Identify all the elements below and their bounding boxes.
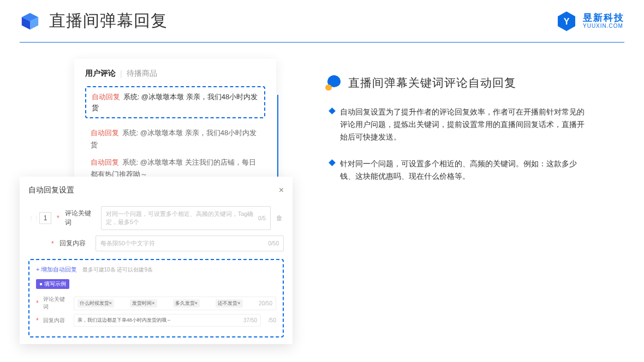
- ex-keyword-label: 评论关键词: [43, 295, 69, 311]
- required-star-icon: *: [51, 240, 54, 248]
- keyword-counter: 0/5: [258, 215, 266, 221]
- add-hint-text: 最多可建10条 还可以创建9条: [82, 267, 153, 273]
- keyword-placeholder: 对同一个问题，可设置多个相近、高频的关键词，Tag确定，最多5个: [106, 210, 258, 226]
- chat-bubble-icon: [325, 75, 342, 90]
- logo-cn-text: 昱新科技: [583, 13, 624, 22]
- diamond-bullet-icon: [329, 107, 336, 114]
- tag-item[interactable]: 什么时候发货×: [77, 299, 114, 307]
- page-title: 直播间弹幕回复: [49, 10, 168, 32]
- ex-keyword-counter: 20/50: [259, 300, 272, 306]
- bullet-2-text: 针对同一个问题，可设置多个相近的、高频的关键词。例如：这款多少钱、这块能优惠吗、…: [340, 158, 592, 183]
- outer-reply-counter: /50: [269, 317, 276, 323]
- bullet-1-text: 自动回复设置为了提升作者的评论回复效率，作者可在开播前针对常见的评论用户问题，提…: [340, 106, 592, 143]
- required-star-icon: *: [36, 317, 39, 324]
- example-reply-row: * 回复内容 亲，我们这边都是下单48小时内发货的哦～ 37/50 /50: [36, 314, 276, 327]
- reply-label: 回复内容: [59, 239, 90, 248]
- keyword-input[interactable]: 对同一个问题，可设置多个相近、高频的关键词，Tag确定，最多5个 0/5: [101, 206, 271, 230]
- reply-counter: 0/50: [269, 240, 279, 246]
- highlighted-auto-reply: 自动回复 系统: @冰墩墩本墩 亲亲，我们48小时内发货: [85, 86, 265, 118]
- auto-reply-tag: 自动回复: [91, 158, 119, 166]
- example-badge: ● 填写示例: [36, 279, 69, 289]
- diamond-bullet-icon: [329, 159, 336, 166]
- ex-keyword-tags[interactable]: 什么时候发货× 发货时间× 多久发货× 还不发货× 20/50: [74, 297, 276, 310]
- example-box: + 增加自动回复 最多可建10条 还可以创建9条 ● 填写示例 * 评论关键词 …: [28, 259, 284, 337]
- comment-panel: 用户评论 | 待播商品 自动回复 系统: @冰墩墩本墩 亲亲，我们48小时内发货…: [74, 59, 276, 195]
- slide-header: 直播间弹幕回复 Y 昱新科技 YUUXIN.COM: [0, 0, 644, 32]
- logo-hex-icon: Y: [556, 10, 577, 32]
- delete-icon[interactable]: 🗑: [276, 214, 284, 222]
- tag-item[interactable]: 多久发货×: [173, 299, 200, 307]
- close-icon[interactable]: ×: [279, 185, 284, 195]
- feature-title: 直播间弹幕关键词评论自动回复: [348, 75, 516, 90]
- auto-reply-settings-modal: 自动回复设置 × ⋮⋮ 1 * 评论关键词 对同一个问题，可设置多个相近、高频的…: [20, 177, 293, 344]
- ex-reply-label: 回复内容: [43, 317, 69, 324]
- drag-handle-icon[interactable]: ⋮⋮: [28, 215, 34, 221]
- keyword-input-row: ⋮⋮ 1 * 评论关键词 对同一个问题，可设置多个相近、高频的关键词，Tag确定…: [28, 206, 284, 230]
- screenshot-column: 用户评论 | 待播商品 自动回复 系统: @冰墩墩本墩 亲亲，我们48小时内发货…: [20, 59, 303, 197]
- tag-item[interactable]: 发货时间×: [130, 299, 157, 307]
- comment-row-2: 自动回复 系统: @冰墩墩本墩 亲亲，我们48小时内发货: [85, 126, 265, 152]
- tab-pending-products[interactable]: 待播商品: [127, 69, 157, 79]
- add-reply-row: + 增加自动回复 最多可建10条 还可以创建9条: [36, 266, 276, 274]
- auto-reply-tag: 自动回复: [91, 129, 119, 137]
- description-column: 直播间弹幕关键词评论自动回复 自动回复设置为了提升作者的评论回复效率，作者可在开…: [325, 59, 624, 197]
- tab-separator: |: [120, 69, 122, 78]
- order-number: 1: [39, 212, 51, 224]
- reply-placeholder: 每条限50个中文字符: [100, 239, 155, 248]
- ex-reply-counter: 37/50: [243, 317, 257, 323]
- reply-input-row: * 回复内容 每条限50个中文字符 0/50: [28, 236, 284, 251]
- required-star-icon: *: [57, 214, 59, 222]
- bullet-2: 针对同一个问题，可设置多个相近的、高频的关键词。例如：这款多少钱、这块能优惠吗、…: [330, 158, 592, 183]
- cube-icon: [20, 11, 40, 32]
- feature-heading: 直播间弹幕关键词评论自动回复: [325, 75, 624, 90]
- bullet-1: 自动回复设置为了提升作者的评论回复效率，作者可在开播前针对常见的评论用户问题，提…: [330, 106, 592, 143]
- required-star-icon: *: [36, 299, 39, 307]
- tab-user-comments[interactable]: 用户评论: [85, 69, 116, 79]
- logo-en-text: YUUXIN.COM: [583, 23, 624, 29]
- comment-tabs: 用户评论 | 待播商品: [85, 69, 265, 79]
- tag-item[interactable]: 还不发货×: [216, 299, 242, 307]
- keyword-label: 评论关键词: [65, 209, 96, 227]
- ex-reply-input[interactable]: 亲，我们这边都是下单48小时内发货的哦～ 37/50: [74, 314, 261, 327]
- svg-text:Y: Y: [564, 17, 570, 26]
- header-left: 直播间弹幕回复: [20, 10, 168, 32]
- modal-title: 自动回复设置: [28, 185, 74, 195]
- add-auto-reply-button[interactable]: + 增加自动回复: [36, 266, 77, 273]
- brand-logo: Y 昱新科技 YUUXIN.COM: [556, 10, 624, 32]
- reply-input[interactable]: 每条限50个中文字符 0/50: [96, 236, 284, 251]
- example-keyword-row: * 评论关键词 什么时候发货× 发货时间× 多久发货× 还不发货× 20/50: [36, 295, 276, 311]
- ex-reply-value: 亲，我们这边都是下单48小时内发货的哦～: [77, 317, 171, 324]
- auto-reply-tag: 自动回复: [92, 93, 120, 101]
